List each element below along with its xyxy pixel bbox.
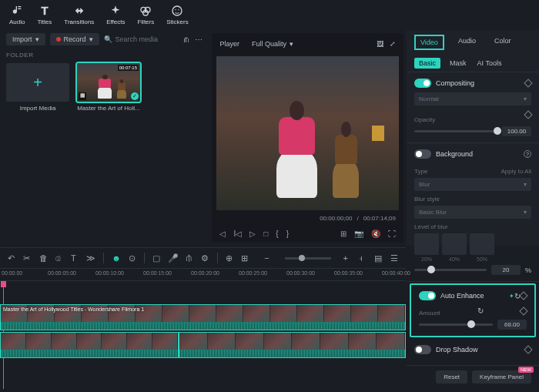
audio-tool[interactable]: Audio [5, 3, 29, 27]
snapshot-icon[interactable]: 🖼 [377, 40, 383, 48]
zoom-slider[interactable] [285, 257, 331, 260]
time-current: 00:00:00;00 [320, 215, 352, 222]
chevron-down-icon: ▾ [35, 35, 39, 43]
video-clip[interactable]: Master the Art of Hollywood Titles - Won… [0, 304, 406, 330]
tab-audio[interactable]: Audio [454, 35, 480, 50]
background-toggle[interactable] [414, 149, 431, 159]
view-icon[interactable]: ▤ [374, 253, 382, 263]
properties-panel: Video Audio Color Basic Mask AI Tools Co… [407, 30, 539, 246]
apply-to-all[interactable]: Apply to All [500, 168, 531, 175]
gear-icon[interactable]: ⚙ [201, 253, 209, 263]
marker-icon[interactable]: ▢ [152, 253, 160, 263]
keyframe-icon[interactable] [524, 345, 532, 353]
delete-icon[interactable]: 🗑 [39, 253, 48, 263]
timeline-tracks[interactable]: Master the Art of Hollywood Titles - Won… [0, 281, 406, 389]
mic-icon[interactable]: 🎤 [168, 253, 177, 263]
fit-icon[interactable]: ⫞ [359, 253, 367, 263]
blur-preset[interactable] [470, 233, 494, 255]
expand-icon[interactable]: ⤢ [390, 40, 396, 48]
amount-value[interactable]: 68.00 [497, 320, 527, 330]
background-section: Background ? TypeApply to All Blur▾ Blur… [407, 143, 539, 282]
time-total: 00:07:14;09 [363, 215, 396, 222]
import-dropdown[interactable]: Import▾ [6, 33, 45, 45]
display-icon[interactable]: ⊞ [340, 230, 346, 238]
transitions-tool[interactable]: Transitions [59, 3, 99, 27]
filter-icon[interactable]: ⫙ [182, 35, 190, 44]
reset-button[interactable]: Reset [436, 370, 467, 384]
stop-icon[interactable]: □ [263, 230, 268, 238]
mark-out-icon[interactable]: } [286, 230, 289, 238]
step-back-icon[interactable]: I◁ [233, 230, 242, 238]
fullscreen-icon[interactable]: ⛶ [388, 230, 396, 238]
play-icon[interactable]: ⊙ [129, 253, 136, 263]
play-icon[interactable]: ▷ [249, 230, 256, 238]
bg-type-select[interactable]: Blur▾ [414, 178, 531, 191]
video-clip[interactable] [0, 332, 179, 358]
crop-icon[interactable]: ⟃ [55, 253, 63, 263]
camera-icon[interactable]: 📷 [354, 230, 363, 238]
sign-prop [372, 126, 384, 141]
tab-color[interactable]: Color [490, 35, 516, 50]
auto-enhance-toggle[interactable] [419, 291, 436, 300]
quality-dropdown[interactable]: Full Quality▾ [246, 38, 300, 50]
blur-slider[interactable] [414, 269, 487, 271]
face-icon[interactable]: ☻ [112, 253, 121, 263]
plus-icon: + [33, 74, 42, 92]
chevron-down-icon: ▾ [524, 209, 527, 216]
volume-icon[interactable]: 🔇 [371, 230, 380, 238]
keyframe-icon[interactable] [519, 307, 527, 315]
preview-viewport[interactable] [216, 56, 399, 210]
titles-tool[interactable]: Titles [32, 3, 56, 27]
auto-enhance-section: Auto Enhance✦ ↻ Amount↻ 68.00 [410, 283, 536, 337]
keyframe-panel-button[interactable]: Keyframe PanelNEW [472, 370, 531, 384]
blend-mode-select[interactable]: Normal▾ [414, 92, 531, 106]
chevron-down-icon: ▾ [524, 181, 527, 188]
zoom-out-icon[interactable]: − [264, 253, 272, 263]
keyframe-icon[interactable] [524, 79, 532, 87]
blur-value[interactable]: 20 [491, 265, 521, 275]
subtab-mask[interactable]: Mask [448, 58, 468, 69]
media-clip[interactable]: 00:07:15 ▦ ✓ Master the Art of Holl... [77, 63, 140, 112]
mark-in-icon[interactable]: { [276, 230, 278, 238]
more-icon[interactable]: ≫ [86, 253, 95, 263]
zoom-in-icon[interactable]: + [343, 253, 351, 263]
video-clip[interactable] [179, 332, 406, 358]
opacity-slider[interactable] [414, 130, 497, 132]
search-icon: 🔍 [104, 35, 112, 43]
opacity-value[interactable]: 100.00 [502, 126, 531, 136]
search-input[interactable]: 🔍Search media [104, 35, 179, 43]
drop-shadow-toggle[interactable] [414, 345, 431, 354]
stickers-tool[interactable]: Stickers [162, 3, 192, 27]
import-media-tile[interactable]: + Import Media [6, 63, 69, 112]
add-track-icon[interactable]: ⊕ [226, 253, 233, 263]
amount-slider[interactable] [419, 323, 493, 326]
check-icon: ✓ [131, 92, 139, 100]
cut-icon[interactable]: ✂ [23, 253, 31, 263]
undo-icon[interactable]: ↶ [8, 253, 15, 263]
blur-style-select[interactable]: Basic Blur▾ [414, 206, 531, 219]
more-icon[interactable]: ⋯ [195, 35, 203, 44]
prev-icon[interactable]: ◁ [219, 230, 226, 238]
svg-point-3 [172, 6, 182, 15]
subtab-ai[interactable]: AI Tools [476, 58, 504, 69]
mixer-icon[interactable]: ⫛ [185, 253, 193, 263]
filters-tool[interactable]: Filters [132, 3, 159, 27]
text-icon[interactable]: T [71, 253, 79, 263]
keyframe-icon[interactable] [524, 110, 532, 119]
compositing-toggle[interactable] [414, 79, 431, 88]
effects-tool[interactable]: Effects [102, 3, 129, 27]
subtab-basic[interactable]: Basic [414, 58, 440, 69]
blur-preset[interactable] [414, 233, 439, 255]
svg-point-5 [179, 9, 179, 10]
help-icon[interactable]: ? [524, 150, 531, 158]
settings-icon[interactable]: ☰ [390, 253, 398, 263]
keyframe-icon[interactable] [519, 291, 527, 300]
blur-preset[interactable] [442, 233, 467, 255]
tab-video[interactable]: Video [414, 35, 444, 50]
clip-badge-icon: ▦ [79, 92, 86, 100]
timeline-ruler[interactable]: 00:00:00 00:00:05:00 00:00:10:00 00:00:1… [0, 269, 406, 281]
record-dropdown[interactable]: Record▾ [50, 33, 99, 45]
grid-icon[interactable]: ⊞ [241, 253, 249, 263]
timeline: ↶ ✂ 🗑 ⟃ T ≫ ☻ ⊙ ▢ 🎤 ⫛ ⚙ ⊕ ⊞ − + ⫞ ▤ ☰ 00… [0, 247, 406, 392]
reset-icon[interactable]: ↻ [477, 307, 484, 315]
